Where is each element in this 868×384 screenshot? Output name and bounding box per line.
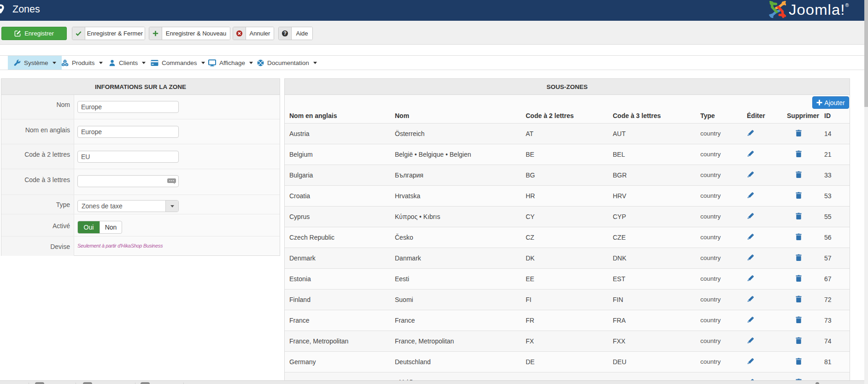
svg-text:?: ? bbox=[283, 30, 287, 36]
